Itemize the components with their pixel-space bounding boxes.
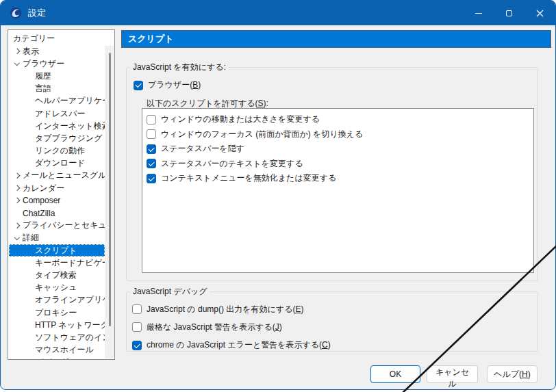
checkbox-label: JavaScript の dump() 出力を有効にする(E) — [147, 304, 303, 315]
tree-item-label: アドレスバー — [34, 108, 85, 120]
tree-item[interactable]: ダウンロード — [9, 157, 105, 170]
tree-item-label: 履歴 — [34, 70, 51, 82]
dialog-body: カテゴリー 表示 ブラウザー 履歴 言語 ヘルパーアプリケーシ… アドレスバー … — [1, 25, 555, 389]
maximize-button[interactable] — [494, 1, 525, 25]
tree-item-label: タブブラウジング — [34, 133, 102, 144]
category-tree-items: 表示 ブラウザー 履歴 言語 ヘルパーアプリケーシ… アドレスバー インターネッ… — [9, 45, 105, 359]
browser-checkbox[interactable] — [134, 81, 143, 90]
tree-item-label: オフラインアプリケー… — [34, 294, 105, 306]
twisty-icon — [13, 210, 21, 217]
twisty-icon — [13, 197, 21, 204]
js-debug-legend: JavaScript デバッグ — [130, 287, 210, 296]
checkbox-label: 厳格な JavaScript 警告を表示する(J) — [147, 322, 282, 333]
checkbox[interactable] — [147, 115, 156, 125]
tree-item-label: プロキシー — [34, 307, 77, 319]
tree-item-label: スクリプト — [34, 245, 77, 257]
tree-item[interactable]: キャッシュ — [9, 282, 105, 294]
checkbox[interactable] — [147, 144, 156, 154]
checkbox[interactable] — [132, 341, 142, 350]
category-tree-header: カテゴリー — [8, 30, 114, 44]
tree-item-label: キーボードナビゲーシ… — [34, 257, 105, 269]
tree-item[interactable]: タイプ検索 — [9, 269, 105, 281]
tree-item-label: プライバシーとセキュリティ — [21, 220, 105, 231]
checkbox[interactable] — [132, 322, 142, 332]
tree-scrollbar-thumb[interactable] — [109, 53, 111, 326]
checkbox-row[interactable]: chrome の JavaScript エラーと警告を表示する(C) — [132, 337, 532, 354]
tree-item[interactable]: プライバシーとセキュリティ — [9, 220, 105, 232]
tree-item[interactable]: 表示 — [9, 45, 105, 57]
twisty-icon — [13, 60, 21, 67]
close-icon — [536, 10, 544, 17]
checkbox-label: ウィンドウの移動または大きさを変更する — [161, 114, 320, 125]
minimize-button[interactable] — [463, 1, 494, 25]
tree-item-label: キャッシュ — [34, 282, 77, 293]
tree-item[interactable]: アドレスバー — [9, 107, 105, 120]
tree-item-label: HTTP ネットワーク — [34, 319, 105, 331]
browser-checkbox-row[interactable]: ブラウザー(B) — [134, 79, 201, 91]
tree-item[interactable]: マウスホイール — [9, 344, 105, 356]
checkbox[interactable] — [132, 304, 142, 314]
tree-item[interactable]: プロキシー — [9, 306, 105, 319]
cancel-button[interactable]: キャンセル — [427, 365, 478, 383]
tree-item[interactable]: ChatZilla — [9, 207, 105, 219]
close-button[interactable] — [525, 1, 555, 25]
tree-item[interactable]: デバッグ — [9, 356, 105, 359]
twisty-icon — [13, 222, 21, 229]
settings-window: 設定 カテゴリー 表示 ブラウザー 履歴 言語 — [0, 0, 556, 390]
tree-item[interactable]: オフラインアプリケー… — [9, 294, 105, 306]
tree-item[interactable]: キーボードナビゲーシ… — [9, 257, 105, 269]
tree-item-label: 詳細 — [21, 232, 39, 244]
checkbox[interactable] — [147, 159, 156, 168]
checkbox-row[interactable]: ウィンドウのフォーカス (前面か背面か) を切り換える — [142, 127, 533, 142]
tree-item[interactable]: ソフトウェアのインス… — [9, 331, 105, 343]
checkbox-label: chrome の JavaScript エラーと警告を表示する(C) — [147, 339, 331, 351]
checkbox-row[interactable]: JavaScript の dump() 出力を有効にする(E) — [132, 300, 532, 318]
enable-js-legend: JavaScript を有効にする: — [130, 62, 229, 72]
tree-item[interactable]: カレンダー — [9, 182, 105, 194]
tree-item-label: マウスホイール — [34, 344, 94, 356]
twisty-icon — [13, 235, 21, 241]
twisty-icon — [13, 172, 21, 179]
tree-item-label: 言語 — [34, 83, 51, 94]
checkbox-label: ウィンドウのフォーカス (前面か背面か) を切り換える — [161, 129, 363, 140]
tree-scrollbar[interactable] — [105, 46, 114, 358]
app-icon — [10, 7, 22, 19]
tree-item-label: ChatZilla — [21, 209, 55, 218]
titlebar[interactable]: 設定 — [1, 1, 555, 25]
script-permissions-list: ウィンドウの移動または大きさを変更する ウィンドウのフォーカス (前面か背面か)… — [142, 108, 534, 273]
tree-item[interactable]: 履歴 — [9, 70, 105, 82]
checkbox-row[interactable]: ステータスバーのテキストを変更する — [142, 157, 533, 172]
checkbox-row[interactable]: ステータスバーを隠す — [142, 142, 533, 157]
help-button[interactable]: ヘルプ(H) — [487, 365, 538, 383]
tree-item-label: 表示 — [21, 46, 39, 57]
tree-item[interactable]: 言語 — [9, 83, 105, 95]
tree-item-label: ダウンロード — [34, 157, 85, 169]
twisty-icon — [13, 48, 21, 55]
tree-item[interactable]: HTTP ネットワーク — [9, 319, 105, 331]
tree-item[interactable]: 詳細 — [9, 232, 105, 244]
tree-item-label: Composer — [21, 196, 60, 205]
tree-item[interactable]: ヘルパーアプリケーシ… — [9, 95, 105, 107]
tree-item[interactable]: Composer — [9, 194, 105, 207]
ok-button[interactable]: OK — [370, 365, 420, 383]
window-controls — [463, 1, 555, 25]
checkbox-row[interactable]: ウィンドウの移動または大きさを変更する — [142, 112, 533, 127]
tree-item-label: メールとニュースグループ — [21, 170, 105, 181]
js-debug-rows: JavaScript の dump() 出力を有効にする(E) 厳格な Java… — [132, 300, 532, 354]
tree-item-label: インターネット検索 — [34, 120, 105, 132]
pane-title: スクリプト — [121, 30, 551, 48]
checkbox[interactable] — [147, 129, 156, 139]
tree-item[interactable]: リンクの動作 — [9, 145, 105, 157]
browser-checkbox-label: ブラウザー(B) — [148, 79, 201, 91]
tree-item[interactable]: ブラウザー — [9, 57, 105, 70]
tree-item[interactable]: メールとニュースグループ — [9, 170, 105, 182]
checkbox-label: ステータスバーを隠す — [161, 143, 244, 155]
tree-item[interactable]: インターネット検索 — [9, 120, 105, 132]
tree-item[interactable]: タブブラウジング — [9, 132, 105, 144]
tree-item[interactable]: スクリプト — [9, 244, 105, 257]
checkbox-row[interactable]: コンテキストメニューを無効化または変更する — [142, 171, 533, 186]
checkbox-row[interactable]: 厳格な JavaScript 警告を表示する(J) — [132, 318, 532, 336]
checkbox[interactable] — [147, 174, 156, 183]
tree-item-label: ヘルパーアプリケーシ… — [34, 95, 105, 107]
category-tree: カテゴリー 表示 ブラウザー 履歴 言語 ヘルパーアプリケーシ… アドレスバー … — [8, 29, 115, 360]
